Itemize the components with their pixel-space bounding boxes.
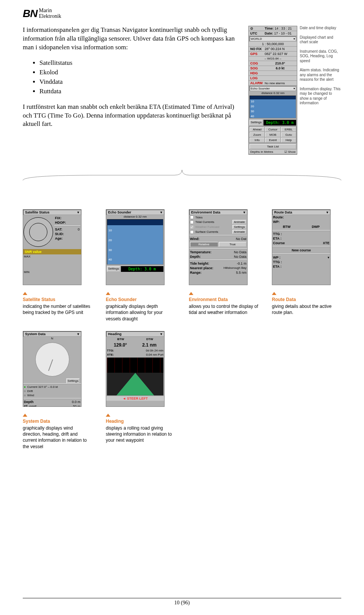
- triangle-icon: [106, 414, 110, 417]
- system-data-panel: System Data▾ N Settings ●Current 327.0° …: [23, 331, 82, 407]
- annot-instrument: Instrument data. COG, SOG, Heading, Log …: [300, 49, 341, 64]
- chevron-down-icon: ▾: [293, 37, 295, 41]
- chevron-down-icon: ▾: [77, 332, 79, 336]
- goto-button[interactable]: Goto: [281, 132, 296, 137]
- heading-panel: Heading▾ BTWDTW 129.0°2.1 nm TTG:0d 0h 2…: [106, 331, 165, 407]
- satellite-status-panel: Satellite Status▾ FIX: HDOP: SAT:0 St.ID…: [23, 209, 82, 285]
- ahead-button[interactable]: Ahead: [249, 127, 265, 132]
- surface-checkbox[interactable]: [190, 230, 194, 234]
- logo-bn: BN: [23, 8, 37, 20]
- bracket-connector: [23, 170, 341, 181]
- environment-data-panel: Environment Data▾ Tides Tidal CurrentsAn…: [189, 209, 248, 285]
- info-button[interactable]: Info: [249, 138, 265, 143]
- satellite-sky-plot: [24, 217, 53, 247]
- side-annotations: Date and time display Displayed chart an…: [300, 26, 341, 110]
- logo: BN Marin Elektronik: [23, 8, 341, 20]
- settings-button[interactable]: Settings: [232, 225, 246, 229]
- tasklist-button[interactable]: Task List: [249, 144, 296, 149]
- settings-button[interactable]: Settings: [249, 120, 263, 126]
- chevron-down-icon: ▾: [160, 210, 162, 214]
- annot-alarm: Alarm status. Indicating any alarms and …: [300, 68, 341, 82]
- bullet-item: Ekolod: [39, 68, 241, 77]
- relative-button[interactable]: Relative: [190, 242, 218, 247]
- triangle-icon: [23, 414, 27, 417]
- triangle-icon: [272, 292, 276, 295]
- caption: Heading displays a rolling road giving s…: [106, 418, 175, 444]
- triangle-icon: [189, 292, 193, 295]
- rolling-road: [107, 358, 163, 395]
- caption: Environment Data allows you to control t…: [189, 297, 258, 316]
- settings-button[interactable]: Settings: [66, 378, 80, 383]
- erbl-button[interactable]: ERBL: [281, 127, 296, 132]
- chevron-down-icon: ▾: [77, 210, 79, 214]
- compass-rose: [35, 342, 69, 377]
- event-button[interactable]: Event: [265, 138, 280, 143]
- bullet-item: Ruttdata: [39, 87, 241, 96]
- caption: Route Data giving details about the acti…: [272, 297, 341, 316]
- bullet-item: Satellitstatus: [39, 59, 241, 67]
- paragraph-1: I informationspanelen ger dig Transas Na…: [23, 26, 241, 52]
- animate-button[interactable]: Animate: [232, 220, 246, 224]
- echo-sounder-panel: Echo Sounder▾ distance 0.32 nm 10 20 30 …: [106, 209, 165, 285]
- weather-checkbox: [190, 225, 194, 229]
- chevron-down-icon: ▾: [326, 210, 328, 214]
- annot-datetime: Date and time display: [300, 26, 341, 31]
- route-data-panel: Route Data▾ Route: WP: BTWDWP TTG : ETA …: [272, 209, 331, 285]
- body-text: I informationspanelen ger dig Transas Na…: [23, 26, 241, 135]
- triangle-icon: [106, 292, 110, 295]
- animate-button[interactable]: Animate: [232, 230, 246, 234]
- page-footer: 10 (96): [0, 598, 364, 606]
- bullet-list: Satellitstatus Ekolod Vinddata Ruttdata: [39, 59, 241, 96]
- annot-chart: Displayed chart and chart scale: [300, 35, 341, 45]
- chart-selector[interactable]: WORLD▾: [249, 36, 296, 41]
- chevron-down-icon: ▾: [328, 256, 329, 259]
- steer-indicator: ◄ STEER LEFT: [106, 396, 164, 401]
- snr-bar: SNR value: [23, 249, 81, 254]
- logo-subtitle: Marin Elektronik: [39, 8, 61, 19]
- depth-readout: Depth: 3.0 m: [264, 120, 297, 126]
- caption: System Data graphically displays wind di…: [23, 418, 92, 450]
- caption: Echo Sounder graphically displays depth …: [106, 297, 175, 322]
- zoom-button[interactable]: Zoom: [249, 132, 265, 137]
- annot-info: Information display. This may be changed…: [300, 87, 341, 106]
- chevron-down-icon: ▾: [160, 332, 162, 336]
- settings-button[interactable]: Settings: [107, 266, 120, 272]
- echo-sounder-graph: 10 20 30 40: [249, 96, 296, 118]
- caption: Satellite Status indicating the number o…: [23, 297, 92, 316]
- help-button[interactable]: Help: [281, 138, 296, 143]
- button-grid: Ahead Cursor ERBL Zoom MOB Goto Info Eve…: [249, 126, 297, 143]
- bullet-item: Vinddata: [39, 78, 241, 86]
- tidal-checkbox[interactable]: [190, 220, 194, 224]
- sidepanel-mockup: ⊙Time: 14 : 33 : 21 UTCDate: 17 - 10 - 0…: [248, 26, 297, 155]
- paragraph-2: I ruttfönstret kan man snabbt och enkelt…: [23, 103, 241, 129]
- chevron-down-icon: ▾: [243, 210, 245, 214]
- true-button[interactable]: True: [219, 242, 247, 247]
- chevron-down-icon: ▾: [293, 87, 295, 90]
- depth-readout: Depth: 3.0 m: [121, 266, 163, 272]
- echo-graph: 10 20 30 40: [107, 219, 163, 265]
- page-number: 10 (96): [0, 600, 364, 606]
- tides-checkbox[interactable]: [190, 215, 194, 219]
- cursor-button[interactable]: Cursor: [265, 127, 280, 132]
- triangle-icon: [23, 292, 27, 295]
- mob-button[interactable]: MOB: [265, 132, 280, 137]
- echo-selector[interactable]: Echo Sounder▾: [249, 86, 296, 91]
